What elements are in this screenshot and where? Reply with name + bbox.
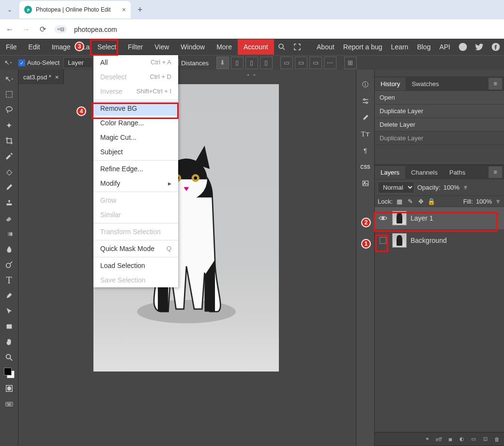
menu-image[interactable]: Image — [46, 39, 76, 55]
image-panel-icon[interactable] — [358, 176, 373, 191]
panel-menu-icon[interactable]: ≡ — [489, 166, 502, 178]
back-button[interactable]: ← — [5, 25, 15, 34]
link-about[interactable]: About — [312, 39, 339, 55]
dd-similar[interactable]: Similar — [93, 208, 178, 222]
grid-icon[interactable]: ⊞ — [344, 57, 357, 69]
layer-effects-icon[interactable]: eff — [434, 435, 443, 444]
tool-blur[interactable] — [2, 242, 16, 256]
tool-crop[interactable] — [2, 134, 16, 148]
link-report-bug[interactable]: Report a bug — [339, 39, 387, 55]
lock-position-icon[interactable]: ✥ — [417, 197, 425, 205]
brush-panel-icon[interactable] — [358, 110, 373, 125]
twitter-icon[interactable] — [471, 39, 488, 55]
opt-auto-select[interactable]: ✓Auto-Select — [18, 59, 60, 67]
adjustments-icon[interactable] — [358, 94, 373, 108]
url-text[interactable]: photopea.com — [74, 26, 117, 33]
tool-gradient[interactable] — [2, 226, 16, 241]
dd-grow[interactable]: Grow — [93, 193, 178, 208]
add-mask-icon[interactable]: ◙ — [446, 435, 455, 444]
distribute-icon[interactable]: ⋯ — [324, 57, 336, 69]
align-hcenter-icon[interactable]: ▯ — [245, 57, 258, 69]
tool-lasso[interactable] — [2, 103, 16, 117]
menu-file[interactable]: File — [0, 39, 23, 55]
dd-deselect[interactable]: DeselectCtrl + D — [93, 70, 178, 84]
forward-button[interactable]: → — [21, 25, 31, 34]
layer-row[interactable]: Background — [375, 229, 504, 252]
site-info-icon[interactable]: ≈⊟ — [54, 25, 67, 33]
tool-type[interactable]: T — [2, 273, 16, 287]
link-learn[interactable]: Learn — [387, 39, 413, 55]
dd-transform-selection[interactable]: Transform Selection — [93, 224, 178, 239]
tool-pen[interactable] — [2, 288, 16, 303]
chevron-down-icon[interactable]: ▼ — [495, 198, 501, 205]
dd-quick-mask[interactable]: Quick Mask ModeQ — [93, 241, 178, 256]
tool-clone-stamp[interactable] — [2, 195, 16, 210]
document-tab[interactable]: cat3.psd * × — [18, 70, 64, 84]
tool-hand[interactable] — [2, 335, 16, 349]
align-top-icon[interactable]: ▭ — [280, 57, 293, 69]
reload-button[interactable]: ⟳ — [38, 25, 47, 34]
tab-swatches[interactable]: Swatches — [406, 77, 444, 90]
menu-edit[interactable]: Edit — [23, 39, 46, 55]
tool-eraser[interactable] — [2, 211, 16, 225]
tab-close-icon[interactable]: × — [122, 6, 126, 14]
lock-all-icon[interactable]: 🔒 — [428, 197, 435, 205]
tool-path-select[interactable] — [2, 304, 16, 318]
tab-layers[interactable]: Layers — [375, 166, 405, 179]
tab-list-dropdown[interactable]: ⌄ — [4, 4, 15, 15]
tool-heal[interactable]: ◇ — [2, 164, 16, 179]
facebook-icon[interactable] — [488, 39, 504, 55]
tool-quickmask[interactable] — [2, 381, 16, 396]
align-bottom-icon[interactable]: ▭ — [309, 57, 322, 69]
paragraph-icon[interactable]: ¶ — [358, 143, 373, 158]
fill-value[interactable]: 100% — [476, 198, 492, 205]
menu-window[interactable]: Window — [175, 39, 211, 55]
new-folder-icon[interactable]: ▭ — [469, 435, 478, 444]
color-swatches[interactable] — [4, 368, 15, 378]
dd-modify[interactable]: Modify▸ — [93, 176, 178, 191]
tool-marquee[interactable] — [2, 87, 16, 102]
layer-name[interactable]: Layer 1 — [411, 214, 433, 222]
tool-move[interactable]: ↖+ — [2, 72, 16, 86]
css-panel-icon[interactable]: CSS — [358, 160, 373, 174]
dd-color-range[interactable]: Color Range... — [93, 116, 178, 130]
lock-image-icon[interactable]: ✎ — [406, 197, 414, 205]
adjustment-layer-icon[interactable]: ◐ — [458, 435, 466, 444]
new-layer-icon[interactable]: ⊡ — [481, 435, 489, 444]
opacity-value[interactable]: 100% — [443, 184, 459, 191]
close-icon[interactable]: × — [55, 74, 59, 81]
link-api[interactable]: API — [435, 39, 455, 55]
tool-zoom[interactable] — [2, 350, 16, 365]
character-icon[interactable]: Tᴛ — [358, 127, 373, 141]
blend-mode-select[interactable]: Normal — [378, 181, 414, 193]
align-left-icon[interactable]: ▯ — [231, 57, 244, 69]
dd-refine-edge[interactable]: Refine Edge... — [93, 162, 178, 176]
align-vcenter-icon[interactable]: ▭ — [295, 57, 307, 69]
dd-subject[interactable]: Subject — [93, 145, 178, 159]
link-blog[interactable]: Blog — [412, 39, 435, 55]
visibility-icon[interactable] — [378, 214, 388, 223]
tab-paths[interactable]: Paths — [443, 166, 471, 179]
menu-select[interactable]: Select — [92, 39, 122, 55]
visibility-icon[interactable] — [378, 236, 388, 245]
history-item[interactable]: Delete Layer — [375, 118, 504, 132]
info-icon[interactable]: ⓘ — [358, 77, 373, 92]
tool-eyedropper[interactable] — [2, 149, 16, 164]
panel-menu-icon[interactable]: ≡ — [489, 78, 502, 89]
menu-filter[interactable]: Filter — [122, 39, 149, 55]
dd-inverse[interactable]: InverseShift+Ctrl + I — [93, 84, 178, 99]
history-item[interactable]: Open — [375, 91, 504, 104]
tool-brush[interactable] — [2, 180, 16, 194]
new-tab-button[interactable]: + — [135, 5, 146, 15]
dd-all[interactable]: AllCtrl + A — [93, 55, 178, 70]
layer-row[interactable]: Layer 1 — [375, 207, 504, 229]
chevron-down-icon[interactable]: ▼ — [462, 184, 469, 191]
history-item[interactable]: Duplicate Layer — [375, 132, 504, 145]
link-layers-icon[interactable]: ⚭ — [423, 435, 431, 444]
tool-dodge[interactable] — [2, 257, 16, 272]
dd-load-selection[interactable]: Load Selection — [93, 258, 178, 273]
menu-more[interactable]: More — [211, 39, 238, 55]
reddit-icon[interactable] — [455, 39, 471, 55]
history-item[interactable]: Duplicate Layer — [375, 104, 504, 118]
tab-history[interactable]: History — [375, 77, 406, 90]
